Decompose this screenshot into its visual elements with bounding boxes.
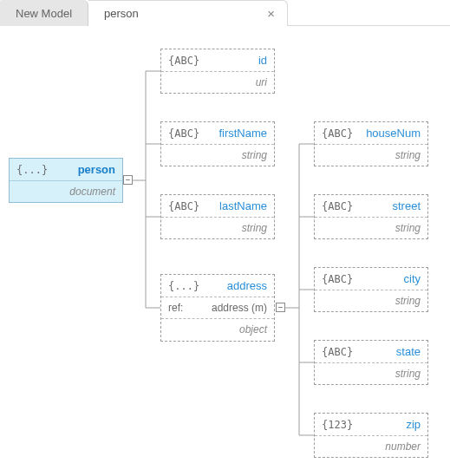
field-name: lastName <box>219 199 267 212</box>
node-zip[interactable]: {123} zip number <box>314 413 428 458</box>
node-address[interactable]: {...} address ref: address (m) object <box>160 274 275 342</box>
tab-label: New Model <box>16 7 72 20</box>
abc-icon: {ABC} <box>322 273 353 285</box>
abc-icon: {ABC} <box>168 127 199 140</box>
field-name: state <box>396 345 421 358</box>
field-name: person <box>78 163 115 176</box>
expand-handle-address[interactable]: − <box>276 303 285 312</box>
field-name: zip <box>406 418 421 431</box>
abc-icon: {ABC} <box>322 127 353 140</box>
object-icon: {...} <box>168 280 199 292</box>
node-state[interactable]: {ABC} state string <box>314 340 428 385</box>
node-street[interactable]: {ABC} street string <box>314 194 428 239</box>
field-type: string <box>395 149 421 161</box>
field-type: uri <box>256 76 267 88</box>
field-name: firstName <box>218 127 267 140</box>
node-city[interactable]: {ABC} city string <box>314 267 428 312</box>
node-person[interactable]: {...} person document <box>9 158 123 203</box>
field-type: string <box>395 295 421 307</box>
tab-person[interactable]: person × <box>88 0 288 26</box>
tab-new-model[interactable]: New Model <box>0 0 88 26</box>
abc-icon: {ABC} <box>322 346 353 358</box>
field-type: number <box>385 440 421 453</box>
abc-icon: {ABC} <box>168 55 199 67</box>
node-firstName[interactable]: {ABC} firstName string <box>160 121 275 166</box>
field-name: houseNum <box>366 127 421 140</box>
field-name: street <box>392 199 421 212</box>
field-type: string <box>242 149 267 161</box>
tab-label: person <box>104 7 139 20</box>
node-id[interactable]: {ABC} id uri <box>160 49 275 94</box>
field-name: address <box>227 279 267 292</box>
node-lastName[interactable]: {ABC} lastName string <box>160 194 275 239</box>
abc-icon: {ABC} <box>168 200 199 212</box>
close-icon[interactable]: × <box>267 7 275 20</box>
object-icon: {...} <box>16 164 48 176</box>
ref-label: ref: <box>168 302 183 314</box>
abc-icon: {ABC} <box>322 200 353 212</box>
number-icon: {123} <box>322 419 353 431</box>
field-type: document <box>69 186 115 198</box>
field-type: object <box>239 323 267 336</box>
field-type: string <box>395 222 421 234</box>
expand-handle-person[interactable]: − <box>123 175 133 185</box>
field-name: id <box>258 54 267 67</box>
field-type: string <box>242 222 267 234</box>
ref-value: address (m) <box>212 302 267 314</box>
field-type: string <box>395 368 421 380</box>
schema-canvas: {...} person document − {ABC} id uri {AB… <box>0 26 450 476</box>
field-name: city <box>404 272 421 285</box>
tab-bar: New Model person × <box>0 0 450 26</box>
node-houseNum[interactable]: {ABC} houseNum string <box>314 121 428 166</box>
